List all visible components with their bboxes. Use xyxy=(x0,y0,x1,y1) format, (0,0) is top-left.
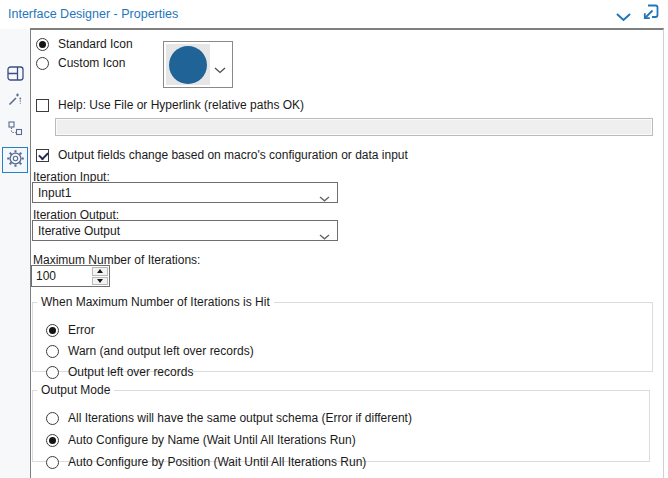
radio-label: Standard Icon xyxy=(58,37,133,51)
radio-label: Warn (and output left over records) xyxy=(68,344,254,358)
chevron-down-icon xyxy=(214,63,226,77)
radio-output-leftover[interactable]: Output left over records xyxy=(46,365,193,379)
panel-title: Interface Designer - Properties xyxy=(8,7,178,21)
checkbox-label: Help: Use File or Hyperlink (relative pa… xyxy=(58,98,304,112)
stepper-up-button[interactable] xyxy=(92,267,108,276)
selected-value: Input1 xyxy=(38,186,71,200)
group-title: Output Mode xyxy=(37,383,114,397)
group-output-mode: Output Mode All Iterations will have the… xyxy=(32,383,650,462)
checkbox-help[interactable]: Help: Use File or Hyperlink (relative pa… xyxy=(36,98,304,112)
group-title: When Maximum Number of Iterations is Hit xyxy=(37,295,274,309)
max-iterations-input[interactable] xyxy=(32,266,91,286)
properties-panel: Standard Icon Custom Icon Help: Use File… xyxy=(30,28,664,478)
panel-titlebar: Interface Designer - Properties xyxy=(0,0,668,28)
radio-custom-icon[interactable]: Custom Icon xyxy=(36,56,125,70)
radio-error[interactable]: Error xyxy=(46,323,95,337)
radio-indicator xyxy=(36,38,49,51)
max-iterations-stepper xyxy=(31,265,110,287)
triangle-up-icon xyxy=(97,269,103,273)
radio-label: Error xyxy=(68,323,95,337)
radio-auto-configure-name[interactable]: Auto Configure by Name (Wait Until All I… xyxy=(46,433,356,447)
radio-label: All Iterations will have the same output… xyxy=(68,411,412,425)
stepper-down-button[interactable] xyxy=(92,277,108,286)
radio-auto-configure-position[interactable]: Auto Configure by Position (Wait Until A… xyxy=(46,455,366,469)
radio-label: Auto Configure by Position (Wait Until A… xyxy=(68,455,366,469)
popout-button[interactable] xyxy=(640,3,662,23)
radio-indicator xyxy=(46,456,59,469)
radio-label: Output left over records xyxy=(68,365,193,379)
checkbox-indicator xyxy=(36,149,49,162)
help-path-input[interactable] xyxy=(55,118,653,136)
magic-wand-icon xyxy=(7,91,23,110)
radio-warn[interactable]: Warn (and output left over records) xyxy=(46,344,254,358)
radio-indicator xyxy=(46,366,59,379)
iteration-input-select[interactable]: Input1 xyxy=(32,182,338,203)
popout-window-icon xyxy=(641,2,661,25)
radio-standard-icon[interactable]: Standard Icon xyxy=(36,37,133,51)
radio-label: Auto Configure by Name (Wait Until All I… xyxy=(68,433,356,447)
checkbox-output-fields[interactable]: Output fields change based on macro's co… xyxy=(36,148,408,162)
sidebar-item-tree-view[interactable] xyxy=(2,116,28,142)
checkbox-label: Output fields change based on macro's co… xyxy=(58,148,408,162)
radio-indicator xyxy=(46,324,59,337)
radio-indicator xyxy=(46,434,59,447)
gear-icon xyxy=(6,149,25,171)
stepper-buttons xyxy=(91,266,109,286)
checkbox-indicator xyxy=(36,99,49,112)
macro-icon-preview xyxy=(166,44,210,85)
sidebar-item-properties[interactable] xyxy=(2,147,28,173)
radio-label: Custom Icon xyxy=(58,56,125,70)
selected-value: Iterative Output xyxy=(38,224,120,238)
layout-view-icon xyxy=(7,66,24,84)
chevron-down-icon xyxy=(319,191,330,205)
sidebar-item-layout-view[interactable] xyxy=(2,62,28,88)
view-sidebar xyxy=(0,29,30,478)
radio-same-schema[interactable]: All Iterations will have the same output… xyxy=(46,411,412,425)
group-max-iterations-hit: When Maximum Number of Iterations is Hit… xyxy=(32,295,653,372)
chevron-down-icon xyxy=(616,10,631,25)
iteration-output-select[interactable]: Iterative Output xyxy=(32,220,338,241)
chevron-down-icon xyxy=(319,229,330,243)
radio-indicator xyxy=(36,57,49,70)
radio-indicator xyxy=(46,345,59,358)
tree-view-icon xyxy=(7,120,23,139)
sidebar-item-test-view[interactable] xyxy=(2,87,28,113)
radio-indicator xyxy=(46,412,59,425)
collapse-button[interactable] xyxy=(612,7,634,27)
macro-icon-dropdown[interactable] xyxy=(163,41,233,88)
triangle-down-icon xyxy=(97,279,103,283)
macro-icon-circle xyxy=(169,46,207,84)
